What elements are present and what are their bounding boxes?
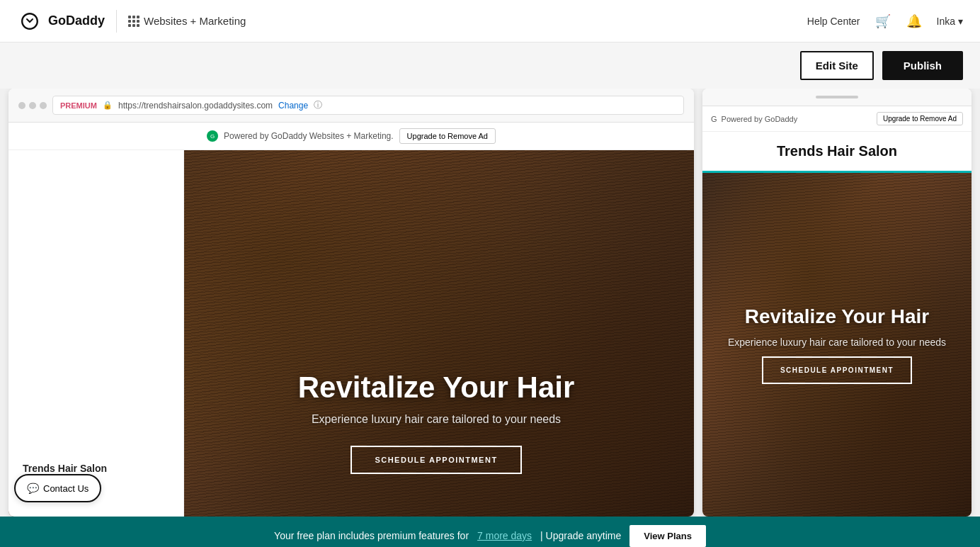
mobile-upgrade-button[interactable]: Upgrade to Remove Ad: [877, 112, 963, 125]
browser-dot-green: [40, 102, 47, 109]
mobile-bar-indicator: [816, 96, 858, 98]
mobile-hero-title: Revitalize Your Hair: [745, 305, 929, 328]
mobile-schedule-button[interactable]: SCHEDULE APPOINTMENT: [762, 356, 912, 384]
nav-right: Help Center 🛒 🔔 Inka ▾: [807, 13, 963, 30]
desktop-preview: PREMIUM 🔒 https://trendshairsalon.godadd…: [8, 89, 694, 517]
url-text: https://trendshairsalon.godaddysites.com: [118, 101, 273, 111]
ad-bar: G Powered by GoDaddy Websites + Marketin…: [8, 123, 694, 150]
top-navigation: GoDaddy Websites + Marketing Help Center…: [0, 0, 980, 43]
browser-dot-yellow: [29, 102, 36, 109]
mobile-chrome: [702, 89, 972, 106]
bell-icon[interactable]: 🔔: [906, 13, 923, 30]
bottom-banner: Your free plan includes premium features…: [0, 517, 980, 547]
nav-divider: [116, 10, 117, 33]
browser-dot-red: [18, 102, 25, 109]
change-link[interactable]: Change: [278, 101, 308, 111]
sidebar-panel: Trends Hair Salon 💬 Contact Us: [8, 150, 184, 517]
browser-address-bar[interactable]: PREMIUM 🔒 https://trendshairsalon.godadd…: [52, 96, 684, 115]
mobile-ad-bar: G Powered by GoDaddy Upgrade to Remove A…: [702, 106, 972, 132]
mobile-preview: G Powered by GoDaddy Upgrade to Remove A…: [702, 89, 972, 517]
help-center-link[interactable]: Help Center: [807, 16, 860, 27]
ad-text: Powered by GoDaddy Websites + Marketing.: [224, 131, 394, 141]
days-link[interactable]: 7 more days: [477, 530, 532, 541]
lock-icon: 🔒: [103, 101, 113, 110]
hero-text: Revitalize Your Hair Experience luxury h…: [207, 371, 666, 474]
contact-us-label: Contact Us: [43, 483, 89, 494]
hero-title: Revitalize Your Hair: [207, 371, 666, 405]
banner-text-after: | Upgrade anytime: [540, 530, 621, 541]
browser-chrome: PREMIUM 🔒 https://trendshairsalon.godadd…: [8, 89, 694, 123]
info-icon[interactable]: ⓘ: [314, 99, 322, 111]
edit-site-button[interactable]: Edit Site: [800, 51, 874, 80]
cart-icon[interactable]: 🛒: [874, 13, 891, 30]
nav-left: GoDaddy Websites + Marketing: [17, 9, 246, 34]
mobile-site-title: Trends Hair Salon: [702, 132, 972, 173]
premium-badge: PREMIUM: [60, 101, 97, 110]
mobile-ad-logo: G: [711, 115, 717, 123]
godaddy-logo[interactable]: GoDaddy: [17, 9, 105, 34]
user-name: Inka: [937, 16, 955, 27]
hero-section: Trends Hair Salon 💬 Contact Us Revitaliz…: [8, 150, 694, 517]
schedule-appointment-button[interactable]: SCHEDULE APPOINTMENT: [351, 446, 521, 474]
mobile-hero-subtitle: Experience luxury hair care tailored to …: [728, 337, 946, 348]
sidebar-salon-name: Trends Hair Salon: [23, 463, 169, 474]
hero-subtitle: Experience luxury hair care tailored to …: [207, 413, 666, 426]
banner-text-before: Your free plan includes premium features…: [274, 530, 469, 541]
action-bar: Edit Site Publish: [0, 43, 980, 89]
user-menu[interactable]: Inka ▾: [937, 16, 963, 27]
chevron-down-icon: ▾: [958, 16, 963, 27]
app-name: Websites + Marketing: [128, 15, 246, 27]
grid-icon: [128, 16, 139, 27]
chat-icon: 💬: [27, 483, 39, 494]
publish-button[interactable]: Publish: [882, 51, 963, 80]
mobile-ad-text: Powered by GoDaddy: [722, 115, 798, 123]
ad-logo: G: [207, 130, 218, 142]
contact-us-button[interactable]: 💬 Contact Us: [14, 474, 101, 502]
browser-dots: [18, 102, 47, 109]
main-content: PREMIUM 🔒 https://trendshairsalon.godadd…: [0, 89, 980, 517]
site-content: Trends Hair Salon 💬 Contact Us Revitaliz…: [8, 150, 694, 517]
view-plans-button[interactable]: View Plans: [629, 525, 706, 547]
upgrade-remove-ad-button[interactable]: Upgrade to Remove Ad: [399, 128, 496, 144]
godaddy-logo-text: GoDaddy: [48, 13, 105, 28]
mobile-hero-section: Revitalize Your Hair Experience luxury h…: [702, 173, 972, 517]
